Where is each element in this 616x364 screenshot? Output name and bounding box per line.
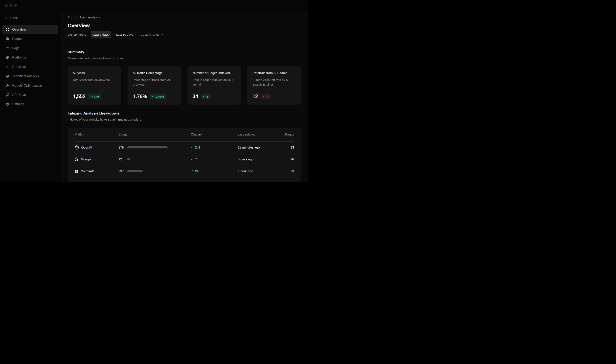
cursor-click-icon	[6, 65, 9, 69]
tab-last-24-hours[interactable]: Last 24 hours	[65, 31, 89, 38]
custom-range-label: Custom range	[141, 33, 159, 36]
delta-badge: 349	[88, 94, 101, 99]
arrow-up-icon	[152, 95, 154, 98]
table-row-microsoft: Microsoft 297 24 1 hour ago 23	[75, 165, 294, 177]
card-title: Referrals from AI Search	[252, 71, 296, 75]
window-minimize-button[interactable]	[10, 4, 12, 7]
delta-badge: 0.47%	[150, 94, 167, 99]
delta-badge: 4	[261, 94, 270, 99]
stat-card-pages-indexed: Number of Pages Indexed Unique pages ind…	[187, 66, 241, 104]
page-title: Overview	[68, 22, 301, 29]
last-indexed-cell: 1 hour ago	[238, 169, 275, 173]
breadcrumb-current: Agent Analytics	[79, 15, 100, 19]
main-content: Rho Agent Analytics Overview Last 24 hou…	[61, 11, 308, 182]
card-description: Unique pages indexed on your domain	[192, 78, 236, 87]
count-bar	[127, 146, 168, 148]
platform-name: OpenAI	[81, 146, 92, 149]
change-value: 7	[195, 157, 197, 161]
card-title: Number of Pages Indexed	[192, 71, 236, 75]
stat-card-all-visits: All Visits Total visits from AI Crawlers…	[68, 66, 121, 104]
back-label: Back	[10, 16, 18, 20]
arrow-down-icon	[263, 95, 265, 98]
platform-name: Google	[81, 157, 91, 161]
key-icon	[6, 93, 9, 97]
card-value: 34	[192, 93, 198, 100]
sidebar-item-label: Overview	[12, 28, 26, 31]
sidebar-item-label: Platforms	[12, 56, 26, 60]
chevron-left-icon	[4, 16, 8, 20]
count-bar	[127, 158, 130, 160]
summary-section: Summary Overall site performance of www.…	[68, 50, 301, 104]
delta-value: 4	[267, 95, 268, 98]
delta-value: 349	[94, 95, 99, 98]
microsoft-logo-icon	[75, 169, 78, 173]
summary-subheading: Overall site performance of www.rho.com	[68, 56, 301, 61]
window-close-button[interactable]	[5, 4, 8, 7]
grid-icon	[6, 28, 9, 31]
change-cell: 24	[191, 169, 238, 173]
pie-chart-icon	[6, 75, 9, 78]
sidebar-item-api-keys[interactable]: API Keys	[2, 90, 58, 100]
table-row-openai: OpenAI 875 243 18 minutes ago 33	[75, 142, 294, 153]
arrow-up-icon	[191, 146, 194, 149]
chevron-right-icon	[75, 16, 77, 19]
change-cell: 243	[191, 146, 238, 149]
sidebar-item-robots-optimization[interactable]: Robots Optimization	[2, 81, 58, 90]
column-header-last-indexed: Last indexed	[238, 133, 275, 136]
count-value: 297	[118, 169, 127, 173]
sidebar-nav: Overview Pages Logs	[2, 25, 58, 109]
sidebar-item-label: Robots Optimization	[12, 84, 42, 88]
sidebar-item-settings[interactable]: Settings	[2, 100, 58, 109]
openai-logo-icon	[75, 145, 79, 150]
back-button[interactable]: Back	[2, 14, 58, 22]
file-icon	[6, 37, 9, 41]
summary-cards: All Visits Total visits from AI Crawlers…	[68, 66, 301, 104]
time-range-tabs: Last 24 hours Last 7 days Last 30 days C…	[65, 31, 301, 38]
card-value: 1,552	[73, 93, 86, 100]
delta-value: 0.47%	[156, 95, 164, 98]
column-header-platform: Platform	[75, 133, 118, 136]
stat-card-ai-search-referrals: Referrals from AI Search Human visits re…	[247, 66, 301, 104]
count-value: 12	[118, 157, 127, 161]
wrench-icon	[6, 84, 9, 87]
column-header-pages: Pages	[275, 133, 294, 136]
sidebar-item-label: Pages	[12, 37, 22, 41]
indexing-subheading: Indexes of your website by AI Search Eng…	[68, 117, 301, 122]
platform-name: Microsoft	[81, 169, 94, 173]
last-indexed-cell: 18 minutes ago	[238, 146, 275, 149]
card-value: 1.76%	[133, 93, 147, 100]
sidebar-item-platforms[interactable]: Platforms	[2, 53, 58, 62]
sidebar-item-pages[interactable]: Pages	[2, 34, 58, 44]
column-header-change: Change	[191, 133, 238, 136]
stat-card-ai-traffic-percentage: AI Traffic Percentage Percentage of traf…	[128, 66, 181, 104]
sidebar-item-logs[interactable]: Logs	[2, 44, 58, 53]
breadcrumb: Rho Agent Analytics	[68, 15, 301, 19]
sidebar-item-referrals[interactable]: Referrals	[2, 62, 58, 72]
count-bar	[127, 170, 143, 172]
sidebar-item-technical-analysis[interactable]: Technical Analysis	[2, 72, 58, 81]
column-header-count: Count	[118, 133, 191, 136]
card-title: AI Traffic Percentage	[133, 71, 176, 75]
summary-heading: Summary	[68, 50, 301, 55]
indexing-section: Indexing Analysis Breakdown Indexes of y…	[68, 111, 301, 182]
change-cell: 7	[191, 157, 238, 161]
breadcrumb-root[interactable]: Rho	[68, 15, 73, 19]
delta-badge: 1	[201, 94, 211, 99]
last-indexed-cell: 5 days ago	[238, 157, 275, 161]
change-value: 243	[195, 146, 201, 149]
card-description: Total visits from AI Crawlers	[73, 78, 116, 82]
window-zoom-button[interactable]	[14, 4, 17, 7]
arrow-up-icon	[203, 95, 205, 98]
chevron-down-icon	[161, 33, 163, 37]
indexing-table: Platform Count Change Last indexed Pages…	[68, 128, 301, 182]
table-header-row: Platform Count Change Last indexed Pages	[75, 128, 294, 142]
pages-cell: 23	[275, 169, 294, 173]
tab-last-7-days[interactable]: Last 7 days	[91, 31, 111, 38]
card-value: 12	[252, 93, 258, 100]
gear-icon	[6, 103, 9, 106]
custom-range-dropdown[interactable]: Custom range	[138, 31, 166, 38]
window-titlebar	[0, 0, 308, 11]
tab-last-30-days[interactable]: Last 30 days	[113, 31, 136, 38]
sidebar-item-label: Settings	[12, 102, 24, 106]
sidebar-item-overview[interactable]: Overview	[2, 25, 58, 34]
